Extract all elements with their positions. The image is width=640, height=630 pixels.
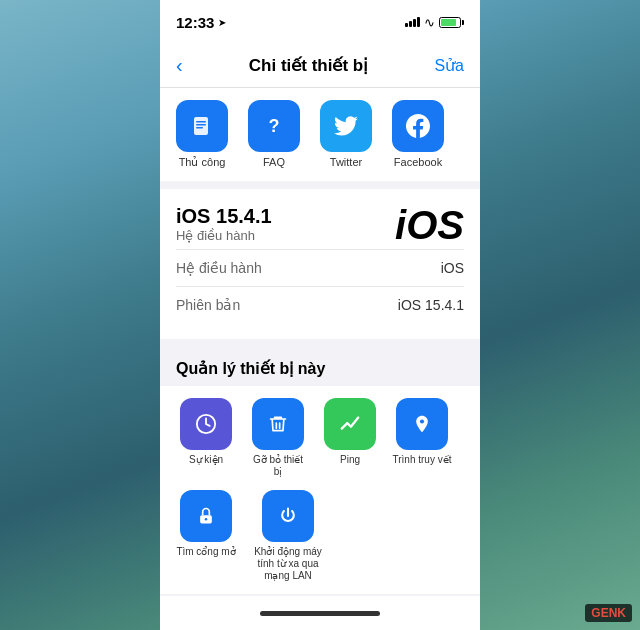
twitter-label: Twitter <box>330 156 362 168</box>
quick-actions-row: Thủ công ? FAQ Twitter <box>160 100 480 169</box>
signal-icon <box>405 17 420 27</box>
su-kien-icon <box>180 398 232 450</box>
svg-rect-3 <box>196 127 203 129</box>
manage-item-ping[interactable]: Ping <box>320 398 380 478</box>
home-indicator <box>160 596 480 630</box>
ping-label: Ping <box>340 454 360 466</box>
info-row-version: Phiên bản iOS 15.4.1 <box>176 286 464 323</box>
ios-header: iOS 15.4.1 Hệ điều hành iOS <box>176 205 464 245</box>
phone-frame: 12:33 ➤ ∿ ‹ Chi tiết thiết bị Sửa <box>160 0 480 630</box>
back-button[interactable]: ‹ <box>176 54 183 77</box>
manage-item-tim-cong-mo[interactable]: Tìm cổng mở <box>176 490 236 582</box>
manage-item-khoi-dong[interactable]: Khởi động máy tính từ xa qua mạng LAN <box>248 490 328 582</box>
wifi-icon: ∿ <box>424 15 435 30</box>
faq-label: FAQ <box>263 156 285 168</box>
os-value: iOS <box>441 260 464 276</box>
khoi-dong-label: Khởi động máy tính từ xa qua mạng LAN <box>248 546 328 582</box>
svg-rect-2 <box>196 124 206 126</box>
trinh-truy-vet-icon <box>396 398 448 450</box>
status-bar: 12:33 ➤ ∿ <box>160 0 480 44</box>
facebook-icon <box>392 100 444 152</box>
tim-cong-mo-icon <box>180 490 232 542</box>
faq-icon: ? <box>248 100 300 152</box>
ios-version: iOS 15.4.1 <box>176 205 272 228</box>
su-kien-label: Sự kiện <box>189 454 223 466</box>
svg-rect-1 <box>196 121 206 123</box>
info-row-os: Hệ điều hành iOS <box>176 249 464 286</box>
battery-icon <box>439 17 464 28</box>
ios-sub: Hệ điều hành <box>176 228 272 243</box>
status-time: 12:33 <box>176 14 214 31</box>
version-label: Phiên bản <box>176 297 240 313</box>
ios-info-section: iOS 15.4.1 Hệ điều hành iOS Hệ điều hành… <box>160 189 480 339</box>
go-bo-label: Gỡ bỏ thiết bị <box>248 454 308 478</box>
facebook-label: Facebook <box>394 156 442 168</box>
trinh-truy-vet-label: Trình truy vết <box>393 454 452 466</box>
tim-cong-mo-label: Tìm cổng mở <box>176 546 235 558</box>
manage-item-go-bo[interactable]: Gỡ bỏ thiết bị <box>248 398 308 478</box>
go-bo-icon <box>252 398 304 450</box>
manage-item-trinh-truy-vet[interactable]: Trình truy vết <box>392 398 452 478</box>
edit-button[interactable]: Sửa <box>434 56 464 75</box>
location-icon: ➤ <box>218 17 226 28</box>
svg-rect-0 <box>194 117 208 135</box>
status-icons: ∿ <box>405 15 464 30</box>
thu-cong-label: Thủ công <box>179 156 226 169</box>
back-chevron-icon: ‹ <box>176 54 183 77</box>
quick-action-thu-cong[interactable]: Thủ công <box>168 100 236 169</box>
version-value: iOS 15.4.1 <box>398 297 464 313</box>
khoi-dong-icon <box>262 490 314 542</box>
watermark-text: GEN <box>591 606 617 620</box>
nav-bar: ‹ Chi tiết thiết bị Sửa <box>160 44 480 88</box>
nav-title: Chi tiết thiết bị <box>249 55 368 76</box>
watermark-highlight: K <box>617 606 626 620</box>
svg-point-5 <box>420 419 424 423</box>
quick-actions-section: Thủ công ? FAQ Twitter <box>160 88 480 181</box>
home-bar <box>260 611 380 616</box>
svg-point-7 <box>205 518 208 521</box>
quick-action-faq[interactable]: ? FAQ <box>240 100 308 169</box>
watermark: GENK <box>585 604 632 622</box>
quick-action-twitter[interactable]: Twitter <box>312 100 380 169</box>
manage-section-title: Quản lý thiết bị này <box>160 347 480 386</box>
manage-item-su-kien[interactable]: Sự kiện <box>176 398 236 478</box>
ping-icon <box>324 398 376 450</box>
os-label: Hệ điều hành <box>176 260 262 276</box>
manage-grid: Sự kiện Gỡ bỏ thiết bị <box>176 398 464 582</box>
manage-section: Sự kiện Gỡ bỏ thiết bị <box>160 386 480 594</box>
twitter-icon <box>320 100 372 152</box>
content-area: Thủ công ? FAQ Twitter <box>160 88 480 596</box>
thu-cong-icon <box>176 100 228 152</box>
ios-logo: iOS <box>395 205 464 245</box>
quick-action-facebook[interactable]: Facebook <box>384 100 452 169</box>
